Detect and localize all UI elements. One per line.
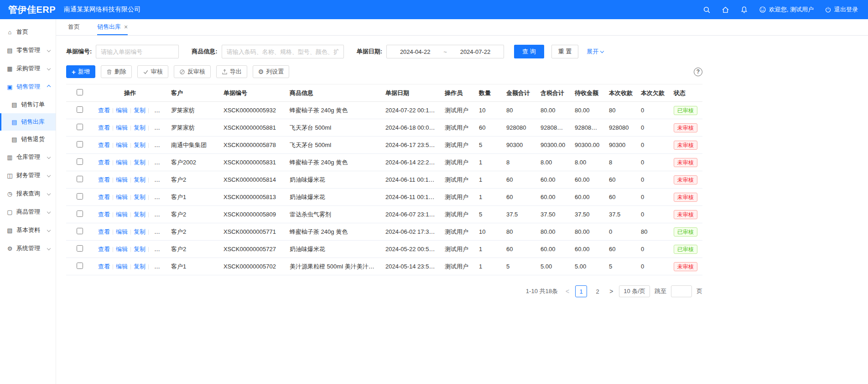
system-icon: ⚙	[6, 245, 13, 252]
search-button[interactable]: 查 询	[514, 45, 544, 58]
product-info-input[interactable]	[222, 45, 344, 58]
expand-link[interactable]: 展开	[587, 47, 603, 56]
sidebar-item-system[interactable]: ⚙ 系统管理	[0, 239, 56, 258]
copy-link[interactable]: 复制	[134, 176, 146, 183]
search-icon[interactable]	[703, 6, 711, 14]
tab-sales-outbound[interactable]: 销售出库 ×	[97, 19, 128, 35]
operator-cell: 测试用户	[440, 223, 474, 241]
view-link[interactable]: 查看	[98, 194, 110, 200]
operator-cell: 测试用户	[440, 206, 474, 223]
page-size-select[interactable]: 10 条/页	[619, 285, 650, 297]
view-link[interactable]: 查看	[98, 159, 110, 166]
sidebar-item-retail[interactable]: ▤ 零售管理	[0, 41, 56, 59]
unaudit-button[interactable]: 反审核	[174, 65, 211, 78]
edit-link[interactable]: 编辑	[116, 194, 128, 200]
row-checkbox[interactable]	[77, 124, 83, 130]
row-checkbox[interactable]	[77, 106, 83, 113]
copy-link[interactable]: 复制	[134, 124, 146, 131]
sidebar-item-sales-order[interactable]: ▤ 销售订单	[0, 96, 56, 113]
view-link[interactable]: 查看	[98, 107, 110, 114]
copy-link[interactable]: 复制	[134, 246, 146, 252]
home-icon[interactable]	[722, 6, 729, 14]
divider	[148, 108, 149, 113]
view-link[interactable]: 查看	[98, 142, 110, 148]
filter-bar: 单据编号: 商品信息: 单据日期: ~ 查 询 重 置 展开	[66, 45, 868, 58]
row-checkbox[interactable]	[77, 141, 83, 147]
view-link[interactable]: 查看	[98, 211, 110, 218]
copy-link[interactable]: 复制	[134, 228, 146, 235]
edit-link[interactable]: 编辑	[116, 211, 128, 218]
row-checkbox[interactable]	[77, 263, 83, 269]
close-icon[interactable]: ×	[124, 24, 128, 30]
sidebar-item-sales[interactable]: ▣ 销售管理	[0, 78, 56, 96]
product-cell: 蜂蜜柚子茶 240g 黄色	[285, 102, 381, 119]
chevron-down-icon	[47, 192, 51, 195]
edit-link[interactable]: 编辑	[116, 246, 128, 252]
row-checkbox[interactable]	[77, 176, 83, 182]
row-checkbox[interactable]	[77, 228, 83, 234]
reset-button[interactable]: 重 置	[551, 45, 579, 58]
add-button[interactable]: + 新增	[66, 65, 95, 78]
edit-link[interactable]: 编辑	[116, 142, 128, 148]
edit-link[interactable]: 编辑	[116, 228, 128, 235]
column-settings-button[interactable]: ⚙ 列设置	[253, 65, 290, 78]
row-checkbox[interactable]	[77, 158, 83, 165]
export-button[interactable]: 导出	[216, 65, 247, 78]
copy-link[interactable]: 复制	[134, 211, 146, 218]
divider	[148, 212, 149, 217]
sidebar-item-goods[interactable]: ▢ 商品管理	[0, 203, 56, 221]
copy-link[interactable]: 复制	[134, 194, 146, 200]
row-checkbox[interactable]	[77, 210, 83, 217]
sidebar-item-purchase[interactable]: ▦ 采购管理	[0, 59, 56, 78]
delete-button[interactable]: 删除	[101, 65, 132, 78]
view-link[interactable]: 查看	[98, 263, 110, 270]
next-page-icon[interactable]: >	[608, 288, 614, 295]
page-number-1[interactable]: 1	[575, 285, 587, 297]
qty-cell: 60	[474, 119, 502, 137]
amount-cell: 60	[502, 241, 536, 258]
row-checkbox[interactable]	[77, 193, 83, 200]
divider	[113, 143, 113, 148]
sidebar-item-reports[interactable]: ◷ 报表查询	[0, 184, 56, 203]
copy-link[interactable]: 复制	[134, 142, 146, 148]
page-jump-input[interactable]	[671, 285, 692, 297]
sidebar-item-warehouse[interactable]: ▥ 仓库管理	[0, 148, 56, 166]
sidebar-item-sales-outbound[interactable]: ▤ 销售出库	[0, 113, 56, 131]
bill-no-input[interactable]	[96, 45, 179, 58]
edit-link[interactable]: 编辑	[116, 159, 128, 166]
view-link[interactable]: 查看	[98, 228, 110, 235]
prev-page-icon[interactable]: <	[564, 288, 571, 295]
edit-link[interactable]: 编辑	[116, 124, 128, 131]
row-checkbox[interactable]	[77, 245, 83, 252]
help-icon[interactable]: ?	[694, 68, 702, 76]
tab-bar: 首页 销售出库 ×	[56, 19, 868, 36]
select-all-checkbox[interactable]	[77, 89, 83, 95]
tax-total-cell: 60.00	[536, 241, 570, 258]
sidebar-item-sales-return[interactable]: ▤ 销售退货	[0, 131, 56, 148]
copy-link[interactable]: 复制	[134, 263, 146, 270]
sidebar-item-basic-data[interactable]: ▧ 基本资料	[0, 221, 56, 239]
pagination-total: 1-10 共18条	[526, 287, 558, 295]
bell-icon[interactable]	[740, 6, 748, 14]
sidebar-item-finance[interactable]: ◫ 财务管理	[0, 166, 56, 184]
product-cell: 奶油味爆米花	[285, 241, 381, 258]
tab-home[interactable]: 首页	[68, 19, 80, 35]
edit-link[interactable]: 编辑	[116, 263, 128, 270]
copy-link[interactable]: 复制	[134, 107, 146, 114]
view-link[interactable]: 查看	[98, 246, 110, 252]
product-cell: 美汁源果粒橙 500ml 美汁美汁美汁...	[285, 258, 381, 275]
date-to-input[interactable]	[454, 48, 496, 55]
page-number-2[interactable]: 2	[592, 285, 603, 297]
sidebar-item-home[interactable]: ⌂ 首页	[0, 23, 56, 41]
date-from-input[interactable]	[394, 48, 436, 55]
date-cell: 2024-06-02 17:34:03	[381, 223, 440, 241]
edit-link[interactable]: 编辑	[116, 107, 128, 114]
audit-button[interactable]: 审核	[137, 65, 168, 78]
edit-link[interactable]: 编辑	[116, 176, 128, 183]
view-link[interactable]: 查看	[98, 124, 110, 131]
date-range-picker[interactable]: ~	[386, 45, 504, 58]
user-menu[interactable]: 欢迎您, 测试用户	[759, 5, 814, 14]
logout-button[interactable]: 退出登录	[825, 5, 858, 14]
copy-link[interactable]: 复制	[134, 159, 146, 166]
view-link[interactable]: 查看	[98, 176, 110, 183]
